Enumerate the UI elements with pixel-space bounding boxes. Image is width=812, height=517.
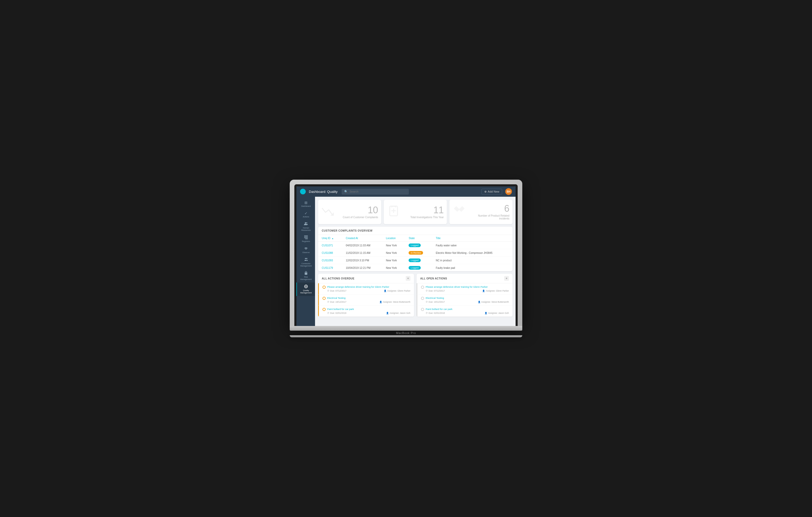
state-badge: Logged: [409, 243, 420, 247]
action-circle-open: [421, 286, 424, 289]
registers-icon: [304, 235, 308, 240]
overdue-panel-header: ALL ACTIONS OVERDUE +: [318, 274, 414, 283]
action-assignee: 👤 Assignee: Glenn Parker: [482, 289, 509, 292]
action-assignee: 👤 Assignee: Steve Butterworth: [478, 300, 509, 303]
svg-rect-2: [304, 235, 308, 236]
screen-bezel: Dashboard: Quality 🔍 ⊕ Add New BH: [294, 184, 518, 326]
sidebar-item-label: ContractorManagement: [300, 262, 312, 267]
complaint-id[interactable]: CUS1179: [318, 264, 342, 271]
main-layout: ⊞ Dashboard ✓ Actions: [296, 197, 516, 326]
overdue-action-item: Paint bollard for car park ⏱ Due: 02/01/…: [318, 306, 414, 317]
open-panel-title: ALL OPEN ACTIONS: [420, 277, 447, 280]
sidebar-item-contractor-management[interactable]: ContractorManagement: [296, 256, 315, 269]
stat-card-incidents: 6 Number of Product Related incidents: [450, 200, 513, 224]
page-title: Dashboard: Quality: [309, 190, 338, 194]
bottom-row: ALL ACTIONS OVERDUE + Please arrange def…: [318, 274, 513, 317]
col-header-location[interactable]: Location: [382, 235, 405, 242]
sidebar: ⊞ Dashboard ✓ Actions: [296, 197, 315, 326]
table-row: CUS1179 10/04/2019 12:21 PM New York Log…: [318, 264, 513, 271]
sidebar-item-dashboard[interactable]: ⊞ Dashboard: [296, 199, 315, 209]
col-header-created[interactable]: Created At: [342, 235, 382, 242]
action-circle-open: [421, 297, 424, 300]
complaint-location: New York: [382, 264, 405, 271]
sidebar-item-label: Observe: [302, 251, 310, 254]
sidebar-item-registers[interactable]: Registers: [296, 233, 315, 245]
action-title[interactable]: Paint bollard for car park: [426, 308, 453, 311]
complaint-location: New York: [382, 257, 405, 264]
action-title[interactable]: Paint bollard for car park: [327, 308, 354, 311]
complaints-table: Uniq ID ▲ Created At Location State Titl…: [318, 235, 513, 271]
open-add-button[interactable]: +: [504, 276, 509, 281]
open-actions-list[interactable]: Please arrange defensive driver training…: [416, 283, 513, 317]
open-action-item: Please arrange defensive driver training…: [416, 283, 513, 294]
add-new-button[interactable]: ⊕ Add New: [482, 189, 502, 195]
complaint-title: Faulty water valve: [432, 242, 513, 249]
search-input[interactable]: [349, 190, 406, 193]
sort-icon: ▲: [331, 237, 334, 240]
overdue-action-item: Please arrange defensive driver training…: [318, 283, 414, 294]
svg-rect-18: [454, 206, 460, 212]
overdue-actions-list[interactable]: Please arrange defensive driver training…: [318, 283, 414, 317]
contractor-icon: [304, 258, 308, 262]
col-header-title[interactable]: Title: [432, 235, 513, 242]
stat-card-investigations: 11 Total Investigations This Year: [384, 200, 447, 224]
open-actions-panel: ALL OPEN ACTIONS + Please arrange defens…: [416, 274, 513, 317]
complaint-state: Logged: [405, 257, 432, 264]
complaint-id[interactable]: CUS1071: [318, 242, 342, 249]
complaint-location: New York: [382, 249, 405, 257]
col-header-state[interactable]: State: [405, 235, 432, 242]
complaint-created: 04/02/2019 11:03 AM: [342, 242, 382, 249]
action-item-top: Please arrange defensive driver training…: [322, 285, 410, 289]
action-circle-overdue: [322, 308, 326, 311]
header-right: ⊕ Add New BH: [482, 188, 512, 195]
table-row: CUS1071 04/02/2019 11:03 AM New York Log…: [318, 242, 513, 249]
search-icon: 🔍: [344, 190, 348, 193]
table-row: CUS1093 12/02/2019 3:10 PM New York Logg…: [318, 257, 513, 264]
action-title[interactable]: Electrical Testing: [327, 296, 346, 299]
investigations-label: Total Investigations This Year: [410, 216, 444, 219]
action-circle-open: [421, 308, 424, 311]
plus-icon: ⊕: [484, 190, 487, 193]
stats-row: 10 Count of Customer Complaints: [318, 200, 513, 224]
sidebar-item-label: Actions: [303, 216, 309, 218]
action-meta: ⏱ Due: 02/01/2018 👤 Assignee: Jason Goh: [421, 312, 509, 314]
complaint-id[interactable]: CUS1088: [318, 249, 342, 257]
sidebar-item-label: HumanResources: [301, 227, 311, 231]
svg-point-0: [305, 222, 306, 224]
action-item-top: Paint bollard for car park: [322, 308, 410, 311]
sidebar-item-risk-management[interactable]: RiskManagement: [296, 269, 315, 283]
complaint-id[interactable]: CUS1093: [318, 257, 342, 264]
action-title[interactable]: Please arrange defensive driver training…: [327, 285, 389, 288]
incidents-label: Number of Product Related incidents: [469, 214, 510, 220]
action-item-top: Please arrange defensive driver training…: [421, 285, 509, 289]
action-meta: ⏱ Due: 19/12/2017 👤 Assignee: Steve Butt…: [322, 300, 410, 303]
action-due: ⏱ Due: 02/01/2018: [426, 312, 445, 314]
sidebar-item-observe[interactable]: Observe: [296, 245, 315, 256]
laptop-body: Dashboard: Quality 🔍 ⊕ Add New BH: [290, 180, 522, 326]
people-icon: [304, 222, 308, 226]
svg-rect-4: [304, 237, 308, 238]
investigations-number: 11: [433, 205, 444, 215]
search-box[interactable]: 🔍: [342, 189, 409, 195]
stat-right-incidents: 6 Number of Product Related incidents: [469, 204, 510, 220]
sidebar-item-quality-management[interactable]: QualityManagement: [296, 283, 315, 296]
col-header-id[interactable]: Uniq ID ▲: [318, 235, 342, 242]
open-action-item: Electrical Testing ⏱ Due: 19/12/2017 👤 A…: [416, 294, 513, 306]
complaint-title: Faulty brake pad: [432, 264, 513, 271]
action-title[interactable]: Electrical Testing: [426, 296, 444, 299]
action-due: ⏱ Due: 19/12/2017: [327, 300, 346, 303]
logo-icon[interactable]: [300, 189, 306, 194]
overdue-add-button[interactable]: +: [406, 276, 410, 281]
svg-point-1: [306, 222, 307, 223]
laptop-foot: [290, 335, 522, 337]
svg-rect-3: [304, 236, 308, 237]
complaints-number: 10: [368, 205, 378, 215]
complaint-state: Logged: [405, 242, 432, 249]
action-title[interactable]: Please arrange defensive driver training…: [426, 285, 488, 288]
sidebar-item-human-resources[interactable]: HumanResources: [296, 220, 315, 233]
complaints-table-scroll[interactable]: Uniq ID ▲ Created At Location State Titl…: [318, 235, 513, 271]
stat-icon-complaints: [321, 205, 335, 219]
state-badge: In Review: [409, 251, 423, 255]
sidebar-item-actions[interactable]: ✓ Actions: [296, 209, 315, 220]
user-avatar[interactable]: BH: [505, 188, 512, 195]
